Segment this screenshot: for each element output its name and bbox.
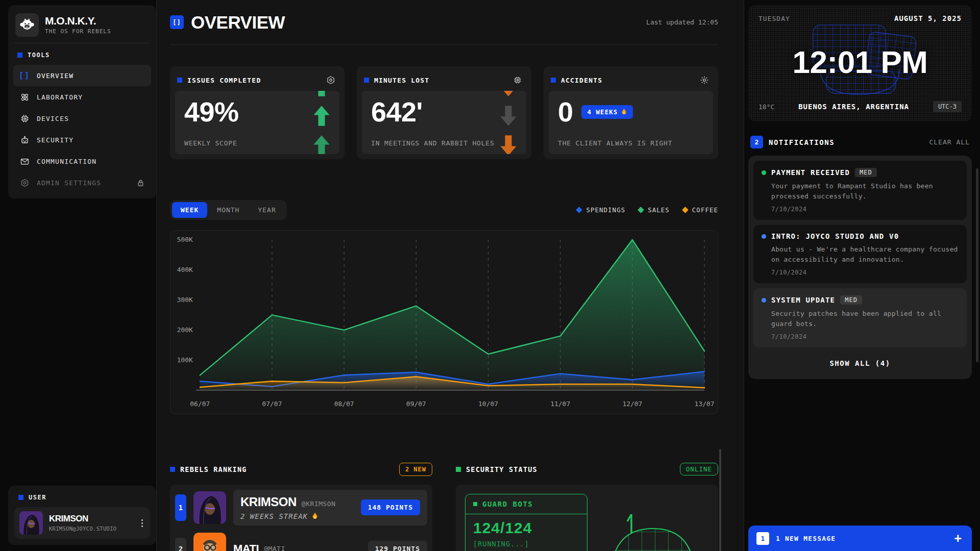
tab-week[interactable]: WEEK — [172, 202, 207, 218]
rank-badge: 1 — [175, 494, 186, 521]
area-chart: 100K200K300K400K500K06/0707/0708/0709/07… — [170, 231, 718, 414]
sidebar-item-laboratory[interactable]: LABORATORY — [13, 86, 151, 108]
ranking-row-1[interactable]: 1 KRIMSON @KRIMSON 2 WEEKS — [175, 490, 427, 525]
legend-label: SPENDINGS — [586, 206, 625, 214]
notification-date: 7/10/2024 — [771, 206, 959, 213]
sidebar-item-label: LABORATORY — [37, 93, 83, 101]
sidebar-item-admin-settings[interactable]: ADMIN SETTINGS — [13, 172, 151, 193]
avatar — [193, 491, 226, 524]
stat-caption: IN MEETINGS AND RABBIT HOLES — [371, 139, 517, 147]
svg-text:500K: 500K — [177, 236, 193, 243]
main-scrollbar[interactable] — [719, 449, 721, 551]
right-panel-scrollbar[interactable] — [976, 168, 978, 362]
bullet-square — [170, 467, 175, 472]
tab-month[interactable]: MONTH — [208, 202, 248, 218]
notification-system-update[interactable]: SYSTEM UPDATE MED Security patches have … — [753, 288, 967, 347]
bullet-square — [364, 78, 369, 83]
burst-icon[interactable] — [699, 74, 710, 86]
stat-body: 0 4 WEEKS THE CLIENT ALWAYS IS RIGHT — [549, 91, 713, 154]
stat-title: ACCIDENTS — [561, 77, 602, 84]
overview-brackets-icon: [] — [170, 15, 184, 29]
notification-intro-joyco[interactable]: INTRO: JOYCO STUDIO AND V0 About us - We… — [753, 225, 967, 283]
legend-sales[interactable]: SALES — [639, 206, 670, 214]
rank-name: MATI — [233, 542, 259, 551]
message-bar-text: 1 NEW MESSAGE — [776, 535, 836, 542]
page-title-block: [] OVERVIEW — [170, 12, 285, 33]
robot-icon — [19, 135, 30, 145]
guard-bots-box: GUARD BOTS 124/124 [RUNNING...] — [465, 494, 587, 551]
online-status-badge: ONLINE — [680, 463, 718, 475]
kebab-menu-icon[interactable] — [139, 517, 145, 529]
svg-text:10/07: 10/07 — [478, 400, 498, 408]
legend-coffee[interactable]: COFFEE — [683, 206, 718, 214]
notifications-title: NOTIFICATIONS — [769, 138, 835, 146]
security-header: SECURITY STATUS ONLINE — [456, 461, 718, 478]
clear-all-button[interactable]: CLEAR ALL — [929, 138, 970, 146]
sidebar-nav-card: M.O.N.K.Y. THE OS FOR REBELS TOOLS [] OV… — [8, 5, 156, 198]
stat-title: MINUTES LOST — [374, 77, 429, 84]
app-name: M.O.N.K.Y. — [45, 15, 111, 27]
notification-title: INTRO: JOYCO STUDIO AND V0 — [771, 232, 899, 240]
clock-time: 12:01 PM — [793, 44, 928, 80]
weekly-metrics-chart: 100K200K300K400K500K06/0707/0708/0709/07… — [170, 230, 718, 414]
guard-bots-count: 124/124 — [473, 519, 579, 537]
svg-text:06/07: 06/07 — [190, 400, 210, 408]
diamond-swatch-icon — [576, 207, 583, 213]
plus-icon[interactable]: + — [952, 532, 964, 544]
chip-icon — [19, 114, 30, 123]
rank-handle: @KRIMSON — [302, 500, 336, 508]
user-profile[interactable]: KRIMSON KRIMSON@JOYCO.STUDIO — [14, 507, 150, 539]
svg-text:12/07: 12/07 — [622, 400, 642, 408]
brackets-icon: [] — [19, 71, 30, 80]
priority-chip: MED — [840, 295, 862, 305]
app-logo: M.O.N.K.Y. THE OS FOR REBELS — [13, 10, 151, 42]
flame-icon — [621, 108, 627, 115]
sidebar-item-label: COMMUNICATION — [37, 158, 96, 165]
notification-date: 7/10/2024 — [771, 333, 959, 340]
legend-spendings[interactable]: SPENDINGS — [577, 206, 625, 214]
avatar — [19, 511, 43, 535]
points-badge: 129 POINTS — [368, 541, 427, 551]
clock-day: TUESDAY — [758, 15, 790, 22]
stat-caption: WEEKLY SCOPE — [184, 139, 330, 147]
ranking-row-2[interactable]: 2 MATI @MATI 129 POINTS — [175, 533, 427, 551]
security-modules: GUARD BOTS 124/124 [RUNNING...] FIREWALL — [465, 494, 587, 551]
notification-body: Security patches have been applied to al… — [771, 309, 959, 329]
tab-year[interactable]: YEAR — [249, 202, 284, 218]
guard-bots-body: 124/124 [RUNNING...] — [465, 514, 587, 551]
message-bar[interactable]: 1 1 NEW MESSAGE + — [748, 525, 972, 551]
location: BUENOS AIRES, ARGENTINA — [774, 103, 933, 111]
sidebar-item-label: ADMIN SETTINGS — [37, 179, 101, 187]
sidebar-spacer — [8, 198, 156, 486]
flame-icon — [312, 512, 318, 520]
rank-streak-text: 2 WEEKS STREAK — [240, 512, 308, 520]
streak-badge: 4 WEEKS — [581, 105, 633, 119]
sidebar-item-overview[interactable]: [] OVERVIEW — [13, 65, 151, 86]
svg-text:09/07: 09/07 — [406, 400, 426, 408]
clock-center: 12:01 PM — [758, 22, 962, 101]
chip-icon[interactable] — [512, 74, 523, 86]
stat-value: 49% — [184, 98, 330, 126]
sidebar-item-devices[interactable]: DEVICES — [13, 108, 151, 129]
sidebar-item-label: DEVICES — [37, 115, 69, 122]
stat-body: 49% WEEKLY SCOPE — [175, 91, 339, 154]
clock-header: TUESDAY AUGUST 5, 2025 — [758, 14, 962, 22]
show-all-button[interactable]: SHOW ALL (4) — [753, 353, 967, 374]
sidebar-item-communication[interactable]: COMMUNICATION — [13, 151, 151, 172]
diamond-swatch-icon — [682, 207, 689, 213]
notification-count-badge: 2 — [750, 136, 763, 148]
notification-title: SYSTEM UPDATE — [771, 296, 835, 304]
page-title: OVERVIEW — [191, 12, 285, 33]
svg-text:200K: 200K — [177, 326, 193, 334]
diamond-swatch-icon — [638, 207, 644, 213]
notification-body: Your payment to Rampant Studio has been … — [771, 181, 959, 201]
hex-nut-icon[interactable] — [325, 74, 336, 86]
notification-payment-received[interactable]: PAYMENT RECEIVED MED Your payment to Ram… — [753, 161, 967, 220]
legend-label: SALES — [648, 206, 670, 214]
main-content: [] OVERVIEW Last updated 12:05 ISSUES CO… — [156, 0, 744, 551]
stat-body: 642' IN MEETINGS AND RABBIT HOLES — [362, 91, 526, 154]
bullet-square — [17, 53, 22, 58]
sidebar-item-security[interactable]: SECURITY — [13, 129, 151, 151]
sidebar: M.O.N.K.Y. THE OS FOR REBELS TOOLS [] OV… — [0, 0, 156, 551]
rank-badge: 2 — [175, 538, 186, 551]
